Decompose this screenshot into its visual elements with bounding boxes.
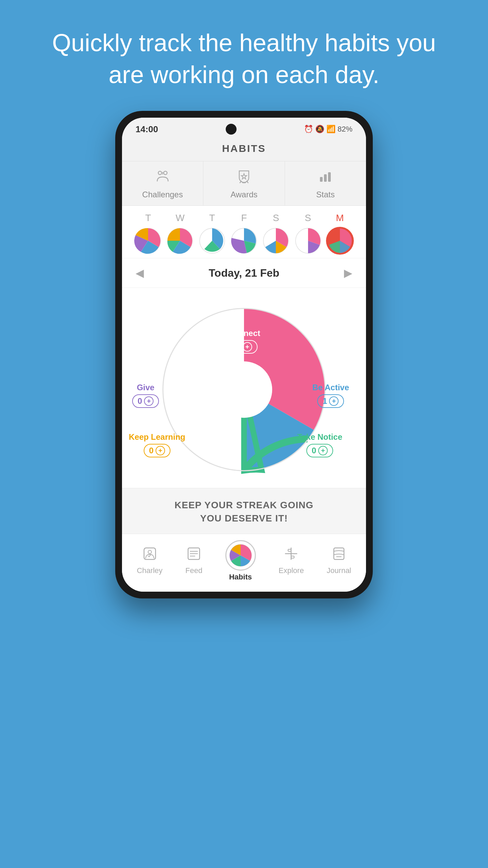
streak-line1: KEEP YOUR STREAK GOING: [129, 498, 359, 512]
app-header: HABITS: [122, 137, 366, 161]
explore-label: Explore: [279, 566, 304, 575]
status-bar: 14:00 ⏰ 🔕 📶 82%: [122, 118, 366, 137]
takenotice-text: Take Notice: [297, 432, 342, 442]
day-friday[interactable]: F: [230, 213, 258, 255]
nav-habits[interactable]: Habits: [225, 540, 256, 581]
beactive-label: Be Active 1 +: [312, 383, 349, 408]
give-text: Give: [137, 383, 155, 392]
day-pie-sun: [294, 227, 322, 255]
keeplearning-label: Keep Learning 0 +: [129, 432, 185, 457]
charley-icon: [143, 547, 157, 564]
phone-screen: 14:00 ⏰ 🔕 📶 82% HABITS: [122, 118, 366, 591]
streak-line2: YOU DESERVE IT!: [129, 512, 359, 525]
svg-rect-26: [291, 556, 294, 558]
svg-point-1: [164, 171, 167, 175]
day-wednesday[interactable]: W: [166, 213, 194, 255]
day-label-sat: S: [273, 213, 279, 223]
status-time: 14:00: [136, 124, 158, 135]
give-label: Give 0 +: [132, 383, 159, 408]
svg-rect-3: [320, 177, 323, 182]
hero-text: Quickly track the healthy habits you are…: [0, 0, 488, 111]
habits-pie-icon: [229, 544, 252, 567]
nav-feed[interactable]: Feed: [185, 547, 202, 575]
day-label-sun: S: [305, 213, 311, 223]
bottom-nav: Charley Feed: [122, 534, 366, 592]
date-nav: ◀ Today, 21 Feb ▶: [122, 258, 366, 288]
prev-date-button[interactable]: ◀: [136, 267, 144, 279]
takenotice-counter[interactable]: 0 +: [306, 444, 333, 457]
svg-point-14: [216, 361, 272, 418]
day-label-thu: T: [209, 213, 215, 223]
journal-icon: [332, 547, 346, 564]
next-date-button[interactable]: ▶: [344, 267, 352, 279]
svg-rect-5: [328, 172, 331, 182]
mute-icon: 🔕: [315, 125, 324, 134]
alarm-icon: ⏰: [304, 125, 313, 134]
feed-icon: [187, 547, 201, 564]
tab-challenges[interactable]: Challenges: [122, 161, 203, 205]
day-saturday[interactable]: S: [262, 213, 290, 255]
connect-count: 1: [236, 342, 240, 352]
challenges-icon: [155, 169, 170, 187]
takenotice-count: 0: [312, 446, 316, 455]
beactive-counter[interactable]: 1 +: [317, 394, 344, 408]
give-counter[interactable]: 0 +: [132, 394, 159, 408]
svg-rect-4: [324, 174, 327, 182]
day-label-mon: M: [336, 213, 344, 223]
day-pie-wed: [166, 227, 194, 255]
beactive-count: 1: [323, 396, 327, 406]
nav-charley[interactable]: Charley: [137, 547, 163, 575]
stats-icon: [318, 169, 333, 187]
day-pie-sat: [262, 227, 290, 255]
connect-text: Connect: [228, 329, 260, 338]
current-date: Today, 21 Feb: [209, 267, 280, 279]
battery-text: 82%: [338, 125, 352, 134]
keeplearning-text: Keep Learning: [129, 432, 185, 442]
tab-stats[interactable]: Stats: [285, 161, 366, 205]
habits-icon: [225, 540, 256, 571]
explore-icon: [284, 547, 298, 564]
day-thursday[interactable]: T: [198, 213, 226, 255]
connect-counter[interactable]: 1 +: [230, 340, 257, 354]
svg-rect-25: [288, 549, 291, 551]
charley-label: Charley: [137, 566, 163, 575]
beactive-text: Be Active: [312, 383, 349, 392]
stats-label: Stats: [316, 190, 335, 199]
keeplearning-count: 0: [149, 446, 154, 455]
nav-explore[interactable]: Explore: [279, 547, 304, 575]
streak-banner: KEEP YOUR STREAK GOING YOU DESERVE IT!: [122, 488, 366, 533]
front-camera: [226, 124, 237, 135]
connect-label: Connect 1 +: [228, 329, 260, 354]
tab-awards[interactable]: Awards: [203, 161, 285, 205]
give-count: 0: [138, 396, 142, 406]
week-row: T W: [122, 206, 366, 258]
day-tuesday[interactable]: T: [134, 213, 162, 255]
challenges-label: Challenges: [142, 190, 183, 199]
day-pie-tue: [134, 227, 162, 255]
give-plus[interactable]: +: [144, 396, 154, 406]
nav-journal[interactable]: Journal: [327, 547, 351, 575]
habits-label: Habits: [229, 573, 252, 581]
keeplearning-counter[interactable]: 0 +: [144, 444, 170, 457]
feed-label: Feed: [185, 566, 202, 575]
day-badge-monday: [326, 227, 354, 255]
day-label-fri: F: [241, 213, 247, 223]
day-label-tue: T: [145, 213, 151, 223]
top-tabs: Challenges Awards: [122, 161, 366, 206]
awards-icon: [237, 169, 251, 187]
day-pie-fri: [230, 227, 258, 255]
day-label-wed: W: [176, 213, 184, 223]
beactive-plus[interactable]: +: [329, 396, 339, 406]
awards-label: Awards: [230, 190, 258, 199]
phone-device: 14:00 ⏰ 🔕 📶 82% HABITS: [115, 111, 373, 598]
day-pie-thu: [198, 227, 226, 255]
day-monday[interactable]: M: [326, 213, 354, 255]
svg-point-0: [158, 171, 162, 175]
keeplearning-plus[interactable]: +: [156, 446, 165, 455]
connect-plus[interactable]: +: [243, 342, 252, 352]
takenotice-plus[interactable]: +: [318, 446, 328, 455]
status-icons: ⏰ 🔕 📶 82%: [304, 125, 352, 134]
day-sunday[interactable]: S: [294, 213, 322, 255]
svg-point-17: [148, 550, 151, 554]
takenotice-label: Take Notice 0 +: [297, 432, 342, 457]
